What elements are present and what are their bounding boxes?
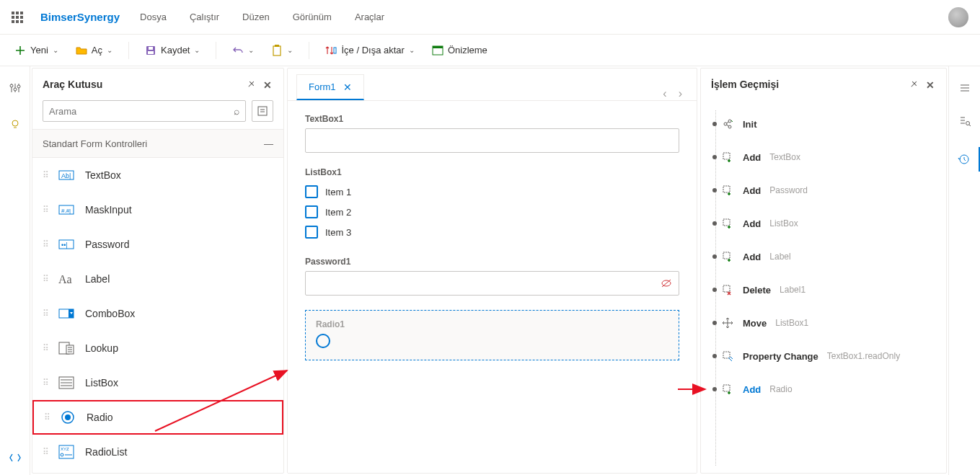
history-entry[interactable]: Property ChangeTextBox1.readOnly: [714, 339, 942, 373]
list-icon[interactable]: [958, 81, 972, 95]
listbox-option[interactable]: Item 3: [305, 222, 679, 242]
history-entry[interactable]: MoveListBox1: [714, 306, 942, 339]
menubar: Dosya Çalıştır Düzen Görünüm Araçlar: [140, 12, 384, 22]
history-panel: İşlem Geçmişi ✕ InitAddTextBoxAddPasswor…: [700, 68, 947, 474]
grip-icon: ⠿: [43, 205, 48, 215]
brand[interactable]: BimserSynergy: [40, 11, 120, 23]
listbox-option-label: Item 1: [325, 187, 351, 197]
menu-dosya[interactable]: Dosya: [140, 12, 167, 22]
pin-icon[interactable]: [247, 79, 257, 89]
history-add-icon: [721, 151, 734, 164]
plus-icon: [14, 45, 26, 56]
history-action: Add: [743, 185, 761, 196]
minus-icon: —: [264, 138, 273, 149]
toolbox-item-password[interactable]: ⠿••|Password: [32, 227, 283, 262]
toolbox-item-textbox[interactable]: ⠿Ab|TextBox: [32, 158, 283, 192]
history-entry[interactable]: AddLabel: [714, 240, 942, 273]
textbox-input[interactable]: [305, 128, 679, 153]
toolbox-item-lookup[interactable]: ⠿Lookup: [32, 331, 283, 365]
toolbox-panel: Araç Kutusu ✕ ⌕ Standart Form Kontroller…: [32, 68, 284, 474]
toolbox-item-combobox[interactable]: ⠿ComboBox: [32, 296, 283, 331]
toolbox-item-label: Lookup: [85, 342, 118, 354]
tab-prev-icon[interactable]: ‹: [663, 87, 666, 100]
chevron-down-icon: ⌄: [107, 46, 112, 54]
history-entry[interactable]: AddTextBox: [714, 141, 942, 174]
preview-button[interactable]: Önizleme: [426, 42, 493, 59]
radio-circle-icon[interactable]: [316, 334, 330, 348]
close-icon[interactable]: ✕: [926, 79, 936, 89]
grip-icon: ⠿: [43, 343, 48, 353]
history-detail: ListBox1: [775, 318, 808, 328]
chevron-down-icon: ⌄: [287, 46, 293, 54]
history-entry[interactable]: AddListBox: [714, 207, 942, 240]
left-rail: [0, 66, 30, 475]
history-detail: Label: [769, 252, 790, 262]
menu-araclar[interactable]: Araçlar: [355, 12, 384, 22]
pin-icon[interactable]: [910, 79, 920, 89]
history-detail: Password: [769, 185, 808, 195]
listbox-option[interactable]: Item 2: [305, 202, 679, 222]
clipboard-button[interactable]: ⌄: [265, 42, 299, 59]
listbox-label: ListBox1: [305, 167, 679, 177]
svg-rect-37: [723, 252, 730, 259]
toolbox-item-maskinput[interactable]: ⠿#.#|MaskInput: [32, 192, 283, 227]
combo-icon: [58, 305, 75, 322]
tab-form1[interactable]: Form1 ✕: [296, 74, 364, 100]
field-password[interactable]: Password1: [305, 257, 679, 296]
toolbox-item-radio[interactable]: ⠿Radio: [32, 400, 283, 435]
bulb-icon[interactable]: [8, 117, 22, 131]
find-list-icon[interactable]: [958, 114, 972, 128]
svg-rect-7: [433, 46, 443, 48]
toolbox-item-label[interactable]: ⠿AaLabel: [32, 262, 283, 296]
code-brackets-icon[interactable]: [8, 450, 22, 465]
svg-point-9: [14, 88, 17, 91]
history-prop-icon: [721, 350, 734, 363]
history-entry[interactable]: AddPassword: [714, 174, 942, 207]
grip-icon: ⠿: [43, 447, 48, 457]
search-input[interactable]: [49, 106, 234, 117]
save-button[interactable]: Kaydet ⌄: [139, 42, 206, 59]
history-entry[interactable]: Init: [714, 107, 942, 141]
menu-calistir[interactable]: Çalıştır: [190, 12, 219, 22]
toolbox-group-header[interactable]: Standart Form Kontrolleri —: [32, 129, 283, 158]
svg-point-8: [10, 84, 13, 87]
history-icon[interactable]: [949, 147, 980, 172]
tab-next-icon[interactable]: ›: [679, 87, 682, 100]
tab-close-icon[interactable]: ✕: [343, 81, 352, 93]
grip-icon: ⠿: [43, 308, 48, 319]
import-export-button[interactable]: İçe / Dışa aktar ⌄: [319, 42, 420, 59]
search-input-wrap[interactable]: ⌕: [43, 100, 246, 122]
sliders-icon[interactable]: [8, 81, 22, 95]
svg-point-29: [61, 453, 63, 456]
toolbox-item-radiolist[interactable]: ⠿XYZRadioList: [32, 435, 283, 469]
history-entry[interactable]: DeleteLabel1: [714, 273, 942, 306]
history-action: Property Change: [743, 351, 818, 362]
eye-off-icon[interactable]: [661, 278, 672, 288]
new-button[interactable]: Yeni ⌄: [9, 42, 64, 59]
undo-button[interactable]: ⌄: [226, 42, 260, 59]
listbox-icon: [58, 374, 75, 391]
collapse-all-button[interactable]: [252, 100, 273, 122]
chevron-down-icon: ⌄: [409, 46, 415, 54]
mask-icon: #.#|: [58, 201, 75, 218]
svg-text:#.#|: #.#|: [61, 208, 71, 214]
toolbox-item-listbox[interactable]: ⠿ListBox: [32, 365, 283, 400]
canvas-panel: Form1 ✕ ‹ › TextBox1 ListBox1 Item 1Item…: [287, 68, 697, 474]
menu-duzen[interactable]: Düzen: [242, 12, 270, 22]
listbox-option[interactable]: Item 1: [305, 182, 679, 202]
menu-gorunum[interactable]: Görünüm: [293, 12, 332, 22]
password-label: Password1: [305, 257, 679, 267]
chevron-down-icon: ⌄: [53, 46, 58, 54]
field-textbox[interactable]: TextBox1: [305, 114, 679, 153]
field-listbox[interactable]: ListBox1 Item 1Item 2Item 3: [305, 167, 679, 242]
toolbox-item-label: Label: [85, 273, 110, 285]
password-input[interactable]: [305, 271, 679, 296]
toolbox-item-label: ListBox: [85, 377, 118, 389]
avatar[interactable]: [948, 7, 968, 27]
folder-icon: [76, 45, 87, 56]
history-entry[interactable]: AddRadio: [714, 373, 942, 406]
app-launcher-icon[interactable]: [12, 12, 23, 23]
close-icon[interactable]: ✕: [263, 79, 273, 89]
field-radio-selected[interactable]: Radio1: [305, 310, 679, 360]
open-button[interactable]: Aç ⌄: [70, 42, 118, 59]
